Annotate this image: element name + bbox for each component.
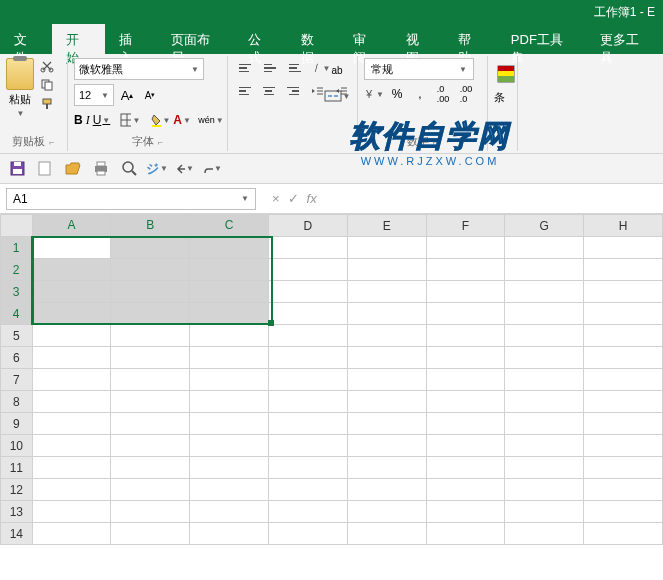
borders-button[interactable]: ▼ [120, 110, 140, 130]
cell[interactable] [505, 369, 584, 391]
cell[interactable] [347, 391, 426, 413]
cell[interactable] [347, 435, 426, 457]
tab-formulas[interactable]: 公式 [234, 24, 286, 54]
cell[interactable] [269, 523, 348, 545]
increase-font-button[interactable]: A▴ [117, 85, 137, 105]
cell[interactable] [32, 347, 111, 369]
cell[interactable] [111, 369, 190, 391]
align-top-button[interactable] [234, 58, 256, 78]
cell[interactable] [426, 391, 505, 413]
cell[interactable] [584, 303, 663, 325]
cell[interactable] [190, 435, 269, 457]
cell[interactable] [32, 325, 111, 347]
cell[interactable] [269, 457, 348, 479]
cell[interactable] [32, 523, 111, 545]
align-left-button[interactable] [234, 81, 255, 101]
row-header[interactable]: 12 [1, 479, 33, 501]
cell[interactable] [111, 391, 190, 413]
cell[interactable] [190, 457, 269, 479]
cell[interactable] [347, 259, 426, 281]
cell[interactable] [584, 237, 663, 259]
cell[interactable] [111, 523, 190, 545]
comma-button[interactable]: , [410, 84, 430, 104]
percent-button[interactable]: % [387, 84, 407, 104]
tab-view[interactable]: 视图 [392, 24, 444, 54]
cell[interactable] [111, 479, 190, 501]
column-header[interactable]: A [32, 215, 111, 237]
cell[interactable] [111, 435, 190, 457]
cell[interactable] [347, 413, 426, 435]
cell[interactable] [347, 237, 426, 259]
column-header[interactable]: C [190, 215, 269, 237]
cell[interactable] [584, 413, 663, 435]
cell[interactable] [269, 369, 348, 391]
row-header[interactable]: 1 [1, 237, 33, 259]
cell[interactable] [111, 457, 190, 479]
tab-file[interactable]: 文件 [0, 24, 52, 54]
cell[interactable] [32, 391, 111, 413]
dialog-launcher-icon[interactable]: ⌐ [158, 137, 163, 147]
italic-button[interactable]: I [86, 110, 90, 130]
cell[interactable] [505, 281, 584, 303]
cell[interactable] [505, 347, 584, 369]
dialog-launcher-icon[interactable]: ⌐ [49, 137, 54, 147]
decrease-decimal-button[interactable]: .00.0 [456, 84, 476, 104]
row-header[interactable]: 2 [1, 259, 33, 281]
cell[interactable] [269, 501, 348, 523]
dialog-launcher-icon[interactable]: ⌐ [433, 137, 438, 147]
cell[interactable] [190, 479, 269, 501]
undo-button[interactable]: ▼ [176, 160, 194, 178]
cell[interactable] [347, 347, 426, 369]
cell[interactable] [190, 523, 269, 545]
row-header[interactable]: 4 [1, 303, 33, 325]
paste-button[interactable]: 粘贴 ▼ [6, 58, 34, 118]
cell[interactable] [426, 259, 505, 281]
spreadsheet-grid[interactable]: A B C D E F G H 1 2 3 4 5 6 7 8 9 10 11 … [0, 214, 663, 545]
cell[interactable] [269, 347, 348, 369]
cell[interactable] [505, 523, 584, 545]
cell[interactable] [584, 259, 663, 281]
cell[interactable] [111, 237, 190, 259]
open-button[interactable] [64, 160, 82, 178]
column-header[interactable]: B [111, 215, 190, 237]
font-size-dropdown[interactable]: 12 ▼ [74, 84, 114, 106]
cell[interactable] [269, 413, 348, 435]
cell[interactable] [426, 281, 505, 303]
cell[interactable] [111, 303, 190, 325]
cell[interactable] [426, 325, 505, 347]
wrap-text-button[interactable]: ab [323, 60, 351, 80]
cell[interactable] [505, 457, 584, 479]
cell[interactable] [426, 501, 505, 523]
cell[interactable] [584, 281, 663, 303]
align-middle-button[interactable] [259, 58, 281, 78]
cell[interactable] [111, 413, 190, 435]
cell[interactable] [584, 479, 663, 501]
column-header[interactable]: E [347, 215, 426, 237]
cell[interactable] [111, 347, 190, 369]
cell[interactable] [505, 479, 584, 501]
cell[interactable] [505, 391, 584, 413]
redo-button[interactable]: ▼ [204, 160, 222, 178]
tab-home[interactable]: 开始 [52, 24, 104, 54]
cell[interactable] [190, 281, 269, 303]
cell[interactable] [347, 303, 426, 325]
cell[interactable] [505, 325, 584, 347]
cell[interactable] [190, 391, 269, 413]
phonetic-button[interactable]: wén▼ [201, 110, 221, 130]
cell[interactable] [269, 237, 348, 259]
cell[interactable] [190, 413, 269, 435]
cell[interactable] [426, 347, 505, 369]
formula-input[interactable] [327, 188, 663, 210]
cell[interactable] [269, 479, 348, 501]
column-header[interactable]: H [584, 215, 663, 237]
row-header[interactable]: 7 [1, 369, 33, 391]
cell[interactable] [347, 501, 426, 523]
cell[interactable] [584, 391, 663, 413]
cell[interactable] [269, 259, 348, 281]
cell[interactable] [32, 501, 111, 523]
format-painter-button[interactable] [38, 96, 56, 112]
cell[interactable] [269, 303, 348, 325]
bold-button[interactable]: B [74, 110, 83, 130]
cell[interactable] [269, 391, 348, 413]
cell[interactable] [426, 479, 505, 501]
